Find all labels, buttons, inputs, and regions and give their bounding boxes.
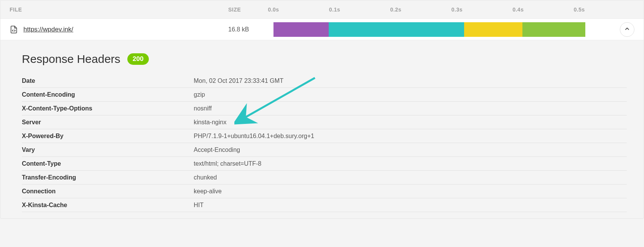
waterfall-track [273,22,610,37]
tick-label: 0.2s [390,7,401,13]
column-headers: FILE SIZE 0.0s0.1s0.2s0.3s0.4s0.5s [0,0,644,19]
header-value: text/html; charset=UTF-8 [194,160,627,167]
header-key: Server [22,119,194,126]
tick-label: 0.4s [512,7,524,13]
header-key: X-Content-Type-Options [22,105,194,112]
section-title: Response Headers [22,53,120,66]
col-size-header: SIZE [228,7,273,13]
header-value: gzip [194,91,627,98]
status-badge: 200 [127,53,149,65]
header-value: chunked [194,174,627,181]
header-row: X-Powered-ByPHP/7.1.9-1+ubuntu16.04.1+de… [22,129,627,143]
file-size: 16.8 kB [228,26,249,33]
header-value: HIT [194,202,627,209]
waterfall-segment-wait [464,22,522,37]
header-value: keep-alive [194,188,627,195]
header-key: Content-Encoding [22,91,194,98]
header-value: Mon, 02 Oct 2017 23:33:41 GMT [194,77,627,84]
header-row: Transfer-Encodingchunked [22,171,627,184]
html-file-icon [10,25,18,34]
header-key: X-Powered-By [22,133,194,140]
chevron-up-icon [624,26,630,33]
request-panel: FILE SIZE 0.0s0.1s0.2s0.3s0.4s0.5s https… [0,0,644,219]
header-row: Content-Encodinggzip [22,88,627,102]
header-key: Vary [22,147,194,153]
response-headers-section: Response Headers 200 DateMon, 02 Oct 201… [0,40,644,218]
header-key: Date [22,77,194,84]
header-row: Serverkinsta-nginx [22,115,627,129]
header-key: Connection [22,188,194,195]
waterfall-segment-dns [273,22,329,37]
header-row: Connectionkeep-alive [22,184,627,198]
header-row: X-Content-Type-Optionsnosniff [22,102,627,115]
tick-label: 0.5s [574,7,585,13]
headers-table: DateMon, 02 Oct 2017 23:33:41 GMTContent… [22,74,627,212]
header-value: nosniff [194,105,627,112]
header-value: Accept-Encoding [194,147,627,153]
file-url[interactable]: https://wpdev.ink/ [23,26,73,33]
header-value: PHP/7.1.9-1+ubuntu16.04.1+deb.sury.org+1 [194,133,627,140]
collapse-button[interactable] [620,22,634,37]
waterfall-segment-receive [522,22,585,37]
header-key: Transfer-Encoding [22,174,194,181]
tick-label: 0.0s [268,7,279,13]
header-row: DateMon, 02 Oct 2017 23:33:41 GMT [22,74,627,88]
waterfall-segment-connect [329,22,464,37]
header-row: Content-Typetext/html; charset=UTF-8 [22,157,627,171]
header-row: X-Kinsta-CacheHIT [22,198,627,212]
header-row: VaryAccept-Encoding [22,143,627,157]
header-key: Content-Type [22,160,194,167]
header-key: X-Kinsta-Cache [22,202,194,209]
file-row[interactable]: https://wpdev.ink/ 16.8 kB [0,19,644,40]
header-value: kinsta-nginx [194,119,627,126]
col-file-header: FILE [10,7,228,13]
tick-label: 0.3s [451,7,463,13]
tick-label: 0.1s [329,7,340,13]
